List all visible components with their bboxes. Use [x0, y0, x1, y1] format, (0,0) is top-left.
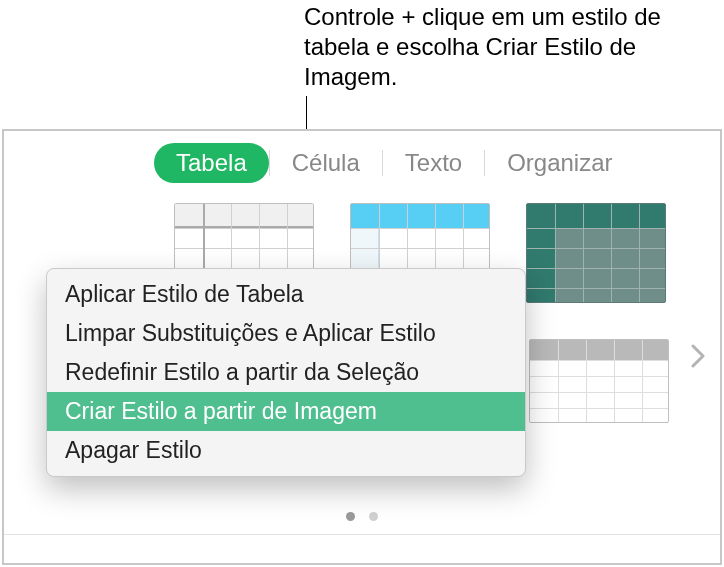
tab-texto[interactable]: Texto: [383, 143, 484, 183]
page-dot-2[interactable]: [369, 512, 378, 521]
menu-item-limpar-substituicoes[interactable]: Limpar Substituições e Aplicar Estilo: [47, 314, 525, 353]
table-styles-row-2: [529, 339, 700, 423]
tab-celula[interactable]: Célula: [270, 143, 382, 183]
menu-item-redefinir-estilo[interactable]: Redefinir Estilo a partir da Seleção: [47, 353, 525, 392]
style-page-dots: [4, 512, 720, 521]
menu-item-aplicar-estilo[interactable]: Aplicar Estilo de Tabela: [47, 275, 525, 314]
chevron-right-icon: [691, 343, 705, 375]
page-dot-1[interactable]: [346, 512, 355, 521]
table-style-teal[interactable]: [526, 203, 666, 303]
menu-item-criar-estilo-imagem[interactable]: Criar Estilo a partir de Imagem: [47, 392, 525, 431]
callout-text: Controle + clique em um estilo de tabela…: [304, 2, 714, 92]
styles-next-arrow[interactable]: [684, 339, 712, 379]
divider: [4, 534, 720, 535]
menu-item-apagar-estilo[interactable]: Apagar Estilo: [47, 431, 525, 470]
inspector-tabs: Tabela Célula Texto Organizar: [154, 141, 710, 185]
table-style-context-menu: Aplicar Estilo de Tabela Limpar Substitu…: [46, 268, 526, 477]
tab-tabela[interactable]: Tabela: [154, 143, 269, 183]
tab-organizar[interactable]: Organizar: [485, 143, 634, 183]
table-style-gray[interactable]: [529, 339, 669, 423]
